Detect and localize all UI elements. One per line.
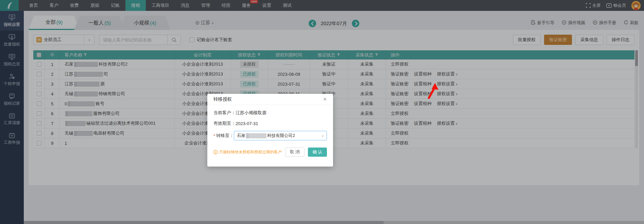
current-customer-value: 江苏小规模取票 bbox=[236, 110, 266, 116]
annotation-arrow bbox=[425, 82, 441, 100]
info-icon bbox=[213, 150, 218, 154]
modal-warning: 只能转移给未授权和授权过期的客户 bbox=[213, 150, 282, 155]
transfer-to-select[interactable]: 石家科技有限公司2∨ bbox=[234, 131, 327, 140]
required-mark: * bbox=[213, 133, 215, 138]
warning-text: 只能转移给未授权和授权过期的客户 bbox=[219, 150, 282, 155]
confirm-button[interactable]: 确 认 bbox=[308, 148, 327, 157]
select-value-suffix: 科技有限公司2 bbox=[267, 133, 295, 139]
redacted-text bbox=[246, 133, 266, 138]
select-value-prefix: 石家 bbox=[237, 133, 245, 139]
current-customer-label: 当前客户： bbox=[213, 110, 236, 116]
transfer-to-label: 转移至： bbox=[216, 133, 234, 139]
close-icon[interactable]: ✕ bbox=[323, 97, 327, 102]
modal-title: 转移授权 bbox=[213, 96, 232, 102]
valid-until-value: 2023-07-31 bbox=[236, 121, 258, 126]
cancel-button[interactable]: 取 消 bbox=[285, 148, 304, 157]
chevron-down-icon: ∨ bbox=[321, 134, 324, 138]
transfer-auth-modal: 转移授权 ✕ 当前客户： 江苏小规模取票 有效期至： 2023-07-31 * … bbox=[207, 94, 333, 167]
valid-until-label: 有效期至： bbox=[213, 120, 236, 126]
